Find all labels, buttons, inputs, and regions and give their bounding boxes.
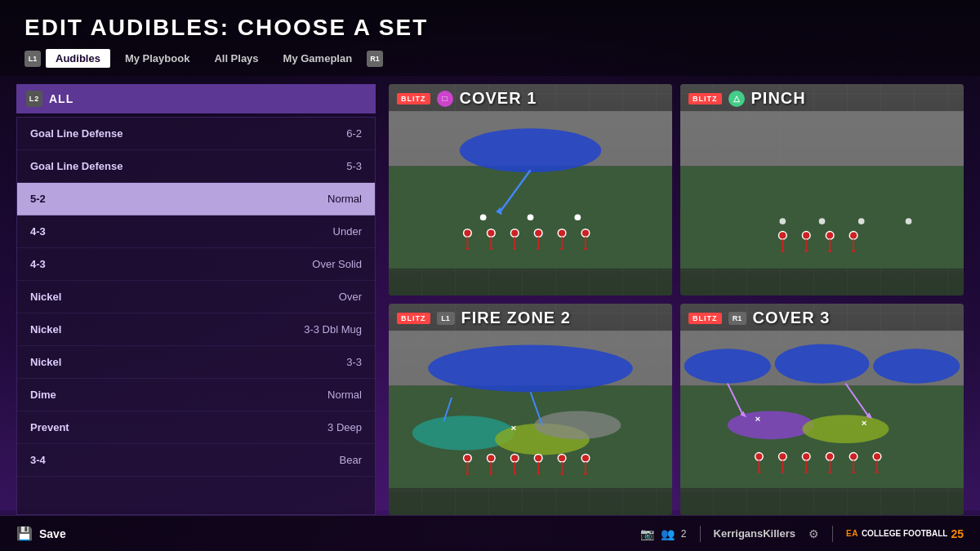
svg-point-93 [826,453,834,461]
svg-point-38 [826,232,834,240]
username: KerrigansKillers [714,527,795,540]
save-icon: 💾 [16,526,33,541]
divider2 [832,526,833,542]
player-count: 2 [681,528,687,540]
l1-button[interactable]: L1 [24,51,41,67]
play-name: Over Solid [312,258,362,270]
divider [700,526,701,542]
play-field-cover1 [389,84,672,295]
svg-text:×: × [862,418,867,428]
blitz-badge-firezone2: BLITZ [397,313,430,324]
blitz-badge-cover1: BLITZ [397,93,430,104]
play-card-pinch[interactable]: BLITZ △ PINCH [680,84,964,295]
play-list-item[interactable]: Nickel Over [17,281,375,313]
l1-button-firezone2: L1 [437,312,455,325]
svg-point-68 [581,454,590,462]
play-list-item[interactable]: Prevent 3 Deep [17,411,375,444]
play-list-item[interactable]: 4-3 Under [17,216,375,248]
play-list-item[interactable]: Goal Line Defense 6-2 [17,118,375,150]
settings-icon: ⚙ [808,527,819,540]
bottom-bar: 💾 Save 📷 👥 2 KerrigansKillers ⚙ EA COLLE… [0,515,980,551]
svg-point-87 [778,453,786,461]
svg-point-23 [581,229,590,238]
svg-point-41 [849,232,858,240]
svg-point-8 [464,229,472,238]
svg-point-35 [802,232,810,240]
play-formation: Nickel [30,291,61,303]
tab-audibles[interactable]: Audibles [46,49,110,68]
play-card-firezone2[interactable]: × [389,304,672,515]
play-card-cover1[interactable]: BLITZ □ COVER 1 [389,84,672,295]
card-title-firezone2: FIRE ZONE 2 [461,309,571,327]
play-name: 6-2 [346,127,362,140]
svg-point-59 [510,454,519,462]
l2-button[interactable]: L2 [26,91,42,107]
card-title-pinch: PINCH [751,89,806,108]
camera-icon: 📷 [640,527,654,540]
bottom-right: 📷 👥 2 KerrigansKillers ⚙ EA COLLEGE FOOT… [640,526,964,542]
play-formation: 3-4 [30,454,46,466]
bottom-left: 💾 Save [16,526,66,541]
svg-point-77 [802,415,889,443]
svg-point-29 [819,218,826,224]
play-list-item[interactable]: 5-2 Normal [17,183,375,216]
play-card-cover3[interactable]: × × [680,304,964,515]
tab-my-playbook[interactable]: My Playbook [115,49,199,68]
save-label[interactable]: Save [39,527,66,540]
svg-point-53 [464,454,472,462]
svg-point-7 [574,214,581,220]
svg-point-96 [849,453,858,461]
play-list-item[interactable]: 3-4 Bear [17,444,375,477]
svg-point-14 [510,229,519,238]
user-info: 📷 👥 2 [640,527,687,540]
header: EDIT AUDIBLES: CHOOSE A SET L1 Audibles … [0,0,980,76]
svg-point-74 [775,344,870,383]
card-header-firezone2: BLITZ L1 FIRE ZONE 2 [389,304,672,332]
play-formation: Prevent [30,421,69,433]
svg-rect-26 [680,111,964,166]
plays-list: Goal Line Defense 6-2 Goal Line Defense … [16,117,376,515]
svg-point-76 [728,411,814,439]
svg-point-56 [487,454,495,462]
play-name: 3-3 Dbl Mug [304,323,362,335]
svg-point-5 [480,214,487,220]
svg-point-6 [528,214,534,220]
svg-point-2 [460,128,602,172]
card-header-pinch: BLITZ △ PINCH [680,84,964,113]
svg-point-65 [558,454,566,462]
svg-point-49 [534,411,621,439]
tab-my-gameplan[interactable]: My Gameplan [274,49,363,68]
r1-button[interactable]: R1 [367,51,383,67]
svg-point-46 [428,344,633,392]
play-formation: Nickel [30,323,61,335]
svg-point-90 [802,453,810,461]
play-name: Bear [340,454,362,466]
card-title-cover3: COVER 3 [753,309,831,327]
friends-icon: 👥 [661,527,675,540]
svg-point-73 [684,349,771,383]
play-formation: 4-3 [30,258,46,270]
card-title-cover1: COVER 1 [460,89,537,108]
blitz-badge-pinch: BLITZ [688,93,722,104]
left-panel: L2 ALL Goal Line Defense 6-2 Goal Line D… [16,84,376,515]
play-list-item[interactable]: Dime Normal [17,379,375,411]
play-formation: Dime [30,389,56,401]
triangle-button-pinch: △ [728,91,745,107]
play-list-item[interactable]: Nickel 3-3 Dbl Mug [17,313,375,346]
r1-button-cover3: R1 [728,312,746,325]
page-title: EDIT AUDIBLES: CHOOSE A SET [24,15,956,41]
play-field-pinch [680,84,964,295]
card-header-cover1: BLITZ □ COVER 1 [389,84,672,113]
svg-point-84 [755,453,764,461]
play-list-item[interactable]: 4-3 Over Solid [17,248,375,281]
content-area: L2 ALL Goal Line Defense 6-2 Goal Line D… [0,84,980,515]
play-formation: 4-3 [30,225,46,238]
play-formation: 5-2 [30,193,46,205]
play-list-item[interactable]: Goal Line Defense 5-3 [17,150,375,183]
play-name: Under [333,225,362,238]
play-name: 3-3 [346,356,362,368]
play-formation: Nickel [30,356,61,368]
play-list-item[interactable]: Nickel 3-3 [17,346,375,379]
tab-all-plays[interactable]: All Plays [204,49,268,68]
right-panel: BLITZ □ COVER 1 [389,84,964,515]
